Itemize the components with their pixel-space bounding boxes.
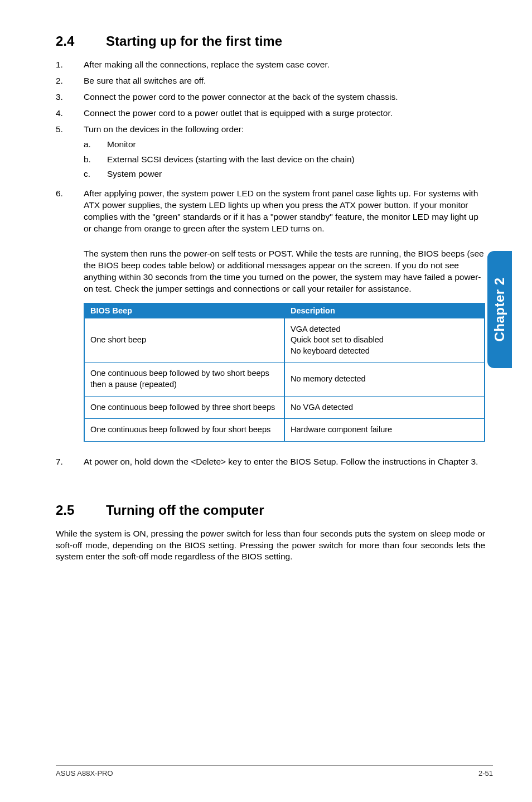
section-2-4-number: 2.4: [56, 33, 106, 49]
table-header-description: Description: [284, 303, 485, 318]
step-7: 7. At power on, hold down the <Delete> k…: [56, 456, 485, 468]
section-2-5-number: 2.5: [56, 503, 106, 518]
section-2-4-heading: 2.4Starting up for the first time: [56, 33, 485, 49]
footer-left: ASUS A88X-PRO: [56, 769, 113, 777]
step-text: Connect the power cord to a power outlet…: [84, 108, 485, 119]
section-2-5-heading: 2.5Turning off the computer: [56, 503, 485, 518]
steps-list: 1. After making all the connections, rep…: [56, 59, 485, 235]
step-number: 7.: [56, 456, 84, 468]
step-6-continuation: The system then runs the power-on self t…: [84, 248, 485, 295]
step-text: After making all the connections, replac…: [84, 59, 485, 71]
substep-letter: a.: [84, 139, 107, 151]
step-6: 6. After applying power, the system powe…: [56, 188, 485, 235]
step-number: 6.: [56, 188, 84, 235]
section-2-5-title: Turning off the computer: [106, 503, 264, 518]
substep-text: Monitor: [107, 139, 136, 151]
step-number: 1.: [56, 59, 84, 71]
substep-b: b. External SCSI devices (starting with …: [84, 154, 485, 166]
step-4: 4. Connect the power cord to a power out…: [56, 108, 485, 119]
step-2: 2. Be sure that all switches are off.: [56, 75, 485, 87]
desc-cell: No VGA detected: [284, 396, 485, 419]
step-text: Turn on the devices in the following ord…: [84, 124, 244, 134]
page-footer: ASUS A88X-PRO 2-51: [56, 765, 493, 777]
step-text: Be sure that all switches are off.: [84, 75, 485, 87]
step-text: Connect the power cord to the power conn…: [84, 91, 485, 103]
beep-cell: One continuous beep followed by three sh…: [84, 396, 284, 419]
step-5: 5. Turn on the devices in the following …: [56, 124, 485, 184]
steps-list-continued: 7. At power on, hold down the <Delete> k…: [56, 456, 485, 468]
beep-cell: One continuous beep followed by four sho…: [84, 419, 284, 442]
step-3: 3. Connect the power cord to the power c…: [56, 91, 485, 103]
chapter-tab-label: Chapter 2: [492, 277, 507, 341]
substep-c: c. System power: [84, 168, 485, 180]
table-row: One continuous beep followed by three sh…: [84, 396, 485, 419]
step-number: 2.: [56, 75, 84, 87]
substep-letter: b.: [84, 154, 107, 166]
desc-cell: Hardware component failure: [284, 419, 485, 442]
substep-text: System power: [107, 168, 162, 180]
substep-letter: c.: [84, 168, 107, 180]
section-2-5-body: While the system is ON, pressing the pow…: [56, 528, 485, 563]
step-text: After applying power, the system power L…: [84, 188, 485, 235]
table-row: One continuous beep followed by four sho…: [84, 419, 485, 442]
bios-beep-table: BIOS Beep Description One short beep VGA…: [84, 303, 485, 442]
footer-right: 2-51: [478, 769, 493, 777]
table-row: One continuous beep followed by two shor…: [84, 363, 485, 396]
table-header-beep: BIOS Beep: [84, 303, 284, 318]
step-number: 3.: [56, 91, 84, 103]
sub-steps: a. Monitor b. External SCSI devices (sta…: [84, 139, 485, 181]
section-2-4-title: Starting up for the first time: [106, 33, 282, 49]
substep-text: External SCSI devices (starting with the…: [107, 154, 355, 166]
desc-cell: VGA detected Quick boot set to disabled …: [284, 318, 485, 363]
step-number: 4.: [56, 108, 84, 119]
step-1: 1. After making all the connections, rep…: [56, 59, 485, 71]
substep-a: a. Monitor: [84, 139, 485, 151]
beep-cell: One continuous beep followed by two shor…: [84, 363, 284, 396]
beep-cell: One short beep: [84, 318, 284, 363]
desc-cell: No memory detected: [284, 363, 485, 396]
step-text: At power on, hold down the <Delete> key …: [84, 456, 485, 468]
table-row: One short beep VGA detected Quick boot s…: [84, 318, 485, 363]
chapter-tab: Chapter 2: [487, 251, 512, 368]
step-number: 5.: [56, 124, 84, 184]
